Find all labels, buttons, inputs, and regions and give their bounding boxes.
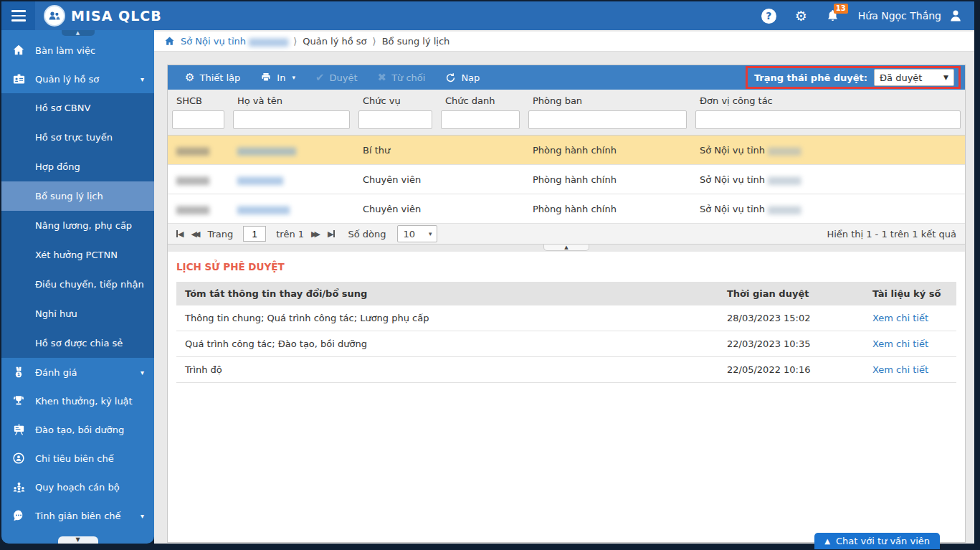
sidebar-item-chi-tieu-bien-che[interactable]: Chỉ tiêu biên chế: [1, 444, 154, 473]
filter-input-chuc-vu[interactable]: [358, 110, 432, 129]
last-page-icon[interactable]: ▶: [328, 230, 335, 238]
filter-input-ho-va-ten[interactable]: [233, 110, 350, 129]
reload-button[interactable]: Nạp: [435, 65, 490, 90]
settings-gear-icon[interactable]: ⚙: [795, 9, 807, 23]
chat-dots-icon: [11, 509, 26, 522]
redacted-employee-name-link[interactable]: ▆▆▆▆▆▆▆: [237, 174, 282, 185]
page-label: Trang: [207, 229, 233, 240]
redacted-shcb: ▆▆▆▆▆: [176, 145, 209, 156]
redacted-employee-name-link[interactable]: ▆▆▆▆▆▆▆▆: [237, 204, 289, 214]
main-content: Sở Nội vụ tỉnh ▆▆▆▆▆▆ ⟩ Quản lý hồ sơ ⟩ …: [154, 30, 974, 544]
approval-history-section: LỊCH SỬ PHÊ DUYỆT Tóm tắt thông tin thay…: [168, 252, 965, 383]
sidebar-item-dao-tao-boi-duong[interactable]: Đào tạo, bồi dưỡng: [1, 415, 154, 444]
collapse-panel-handle[interactable]: ▲: [543, 244, 589, 251]
filter-input-phong-ban[interactable]: [528, 110, 687, 129]
print-button[interactable]: In ▾: [250, 65, 305, 90]
column-header-chuc-danh[interactable]: Chức danh: [437, 90, 524, 109]
filter-input-don-vi-cong-tac[interactable]: [695, 110, 961, 129]
history-header-row: Tóm tắt thông tin thay đổi/bổ sung Thời …: [176, 282, 956, 305]
sidebar-item-danh-gia[interactable]: 1 Đánh giá ▾: [1, 358, 154, 387]
breadcrumb-bo-sung-ly-lich: Bổ sung lý lịch: [382, 36, 450, 47]
sidebar-item-ho-so-cbnv[interactable]: Hồ sơ CBNV: [1, 93, 154, 123]
medal-icon: 1: [11, 366, 26, 379]
sidebar-item-dieu-chuyen-tiep-nhan[interactable]: Điều chuyển, tiếp nhận: [1, 270, 154, 299]
reject-button[interactable]: ✖ Từ chối: [368, 65, 436, 90]
column-header-chuc-vu[interactable]: Chức vụ: [354, 90, 437, 109]
view-detail-link[interactable]: Xem chi tiết: [872, 313, 928, 323]
sidebar-item-ban-lam-viec[interactable]: Bàn làm việc: [1, 36, 154, 65]
cell-chuc-danh: [437, 136, 524, 165]
table-row[interactable]: ▆▆▆▆▆ ▆▆▆▆▆▆▆▆ Chuyên viên Phòng hành ch…: [168, 194, 965, 224]
history-column-time: Thời gian duyệt: [718, 282, 864, 305]
sidebar-item-nang-luong-phu-cap[interactable]: Nâng lương, phụ cấp: [1, 211, 154, 240]
cell-chuc-danh: [437, 165, 524, 194]
sidebar-item-bo-sung-ly-lich[interactable]: Bổ sung lý lịch: [1, 181, 154, 211]
page-number-input[interactable]: [243, 226, 266, 242]
breadcrumb-separator-icon: ⟩: [373, 36, 376, 47]
training-board-icon: [11, 423, 26, 437]
history-time: 22/05/2022 10:16: [718, 357, 864, 383]
redacted-province-name: ▆▆▆▆▆: [768, 174, 800, 185]
chevron-down-icon: ▾: [141, 75, 144, 83]
logo-text: MISA QLCB: [71, 8, 162, 24]
history-time: 28/03/2023 15:02: [718, 305, 864, 331]
user-avatar-icon: [948, 9, 963, 23]
redacted-shcb: ▆▆▆▆▆: [176, 174, 209, 185]
table-row-selected[interactable]: ▆▆▆▆▆ ▆▆▆▆▆▆▆▆▆ Bí thư Phòng hành chính …: [168, 136, 965, 165]
redacted-province-name: ▆▆▆▆▆: [768, 204, 800, 214]
approve-button[interactable]: ✔ Duyệt: [305, 65, 368, 90]
rows-per-page-dropdown[interactable]: 10 ▾: [397, 225, 437, 242]
top-bar: MISA QLCB ? ⚙ 13 Hứa Ngọc Thắng: [1, 1, 974, 30]
sidebar-item-ho-so-duoc-chia-se[interactable]: Hồ sơ được chia sẻ: [1, 328, 154, 358]
history-summary: Trình độ: [176, 357, 718, 383]
sidebar-item-ho-so-truc-tuyen[interactable]: Hồ sơ trực tuyến: [1, 123, 154, 152]
next-page-icon[interactable]: ▶▶: [311, 230, 320, 238]
history-summary: Thông tin chung; Quá trình công tác; Lươ…: [176, 305, 718, 331]
approval-status-filter-highlight: Trạng thái phê duyệt: Đã duyệt ▼: [746, 66, 961, 89]
history-time: 22/03/2023 10:35: [718, 331, 864, 357]
notifications-bell-icon[interactable]: 13: [826, 9, 839, 23]
approval-history-title: LỊCH SỬ PHÊ DUYỆT: [176, 261, 956, 272]
redacted-shcb: ▆▆▆▆▆: [176, 204, 209, 214]
column-header-shcb[interactable]: SHCB: [168, 90, 229, 109]
gear-icon: ⚙: [185, 72, 194, 83]
sidebar-item-quy-hoach-can-bo[interactable]: Quy hoạch cán bộ: [1, 473, 154, 501]
hamburger-menu-button[interactable]: [1, 1, 35, 30]
sidebar-scroll-up[interactable]: ▲: [62, 30, 95, 36]
filter-input-chuc-danh[interactable]: [441, 110, 520, 129]
view-detail-link[interactable]: Xem chi tiết: [872, 338, 928, 349]
breadcrumb-home-icon[interactable]: [164, 36, 175, 47]
table-row[interactable]: ▆▆▆▆▆ ▆▆▆▆▆▆▆ Chuyên viên Phòng hành chí…: [168, 165, 965, 194]
target-person-icon: [11, 452, 26, 465]
previous-page-icon[interactable]: ◀◀: [191, 230, 200, 238]
column-header-don-vi-cong-tac[interactable]: Đơn vị công tác: [691, 90, 965, 109]
view-detail-link[interactable]: Xem chi tiết: [872, 364, 928, 375]
sidebar-item-hop-dong[interactable]: Hợp đồng: [1, 152, 154, 181]
sidebar-item-tinh-gian-bien-che[interactable]: Tinh giản biên chế ▾: [1, 501, 154, 530]
filter-input-shcb[interactable]: [172, 110, 224, 129]
trophy-icon: [11, 394, 26, 407]
redacted-employee-name-link[interactable]: ▆▆▆▆▆▆▆▆▆: [237, 145, 295, 156]
cell-don-vi: Sở Nội vụ tỉnh ▆▆▆▆▆: [691, 165, 965, 194]
column-header-phong-ban[interactable]: Phòng ban: [524, 90, 691, 109]
id-card-icon: [11, 72, 26, 86]
breadcrumb-quan-ly-ho-so[interactable]: Quản lý hồ sơ: [303, 36, 366, 47]
sidebar-item-nghi-huu[interactable]: Nghỉ hưu: [1, 299, 154, 328]
sidebar-item-khen-thuong-ky-luat[interactable]: Khen thưởng, kỷ luật: [1, 387, 154, 415]
user-menu[interactable]: Hứa Ngọc Thắng: [858, 9, 963, 23]
sidebar-scroll-down[interactable]: ▼: [58, 536, 98, 544]
sidebar-item-xet-huong-pctnn[interactable]: Xét hưởng PCTNN: [1, 240, 154, 270]
cell-chuc-vu: Bí thư: [354, 136, 437, 165]
settings-button[interactable]: ⚙ Thiết lập: [175, 65, 250, 90]
content-card: ⚙ Thiết lập In ▾ ✔ Du: [167, 65, 966, 543]
first-page-icon[interactable]: ◀: [176, 230, 184, 238]
chevron-down-icon: ▾: [141, 512, 144, 520]
chat-support-button[interactable]: ▲ Chat với tư vấn viên: [814, 533, 940, 549]
breadcrumb-unit[interactable]: Sở Nội vụ tỉnh ▆▆▆▆▆▆: [181, 36, 287, 47]
sidebar-nav: ▲ Bàn làm việc Quản lý hồ sơ ▾: [1, 30, 154, 544]
home-icon: [11, 44, 26, 57]
column-header-ho-va-ten[interactable]: Họ và tên: [229, 90, 354, 109]
approval-status-dropdown[interactable]: Đã duyệt ▼: [874, 69, 954, 86]
sidebar-item-quan-ly-ho-so[interactable]: Quản lý hồ sơ ▾: [1, 65, 154, 93]
help-icon[interactable]: ?: [761, 9, 776, 24]
